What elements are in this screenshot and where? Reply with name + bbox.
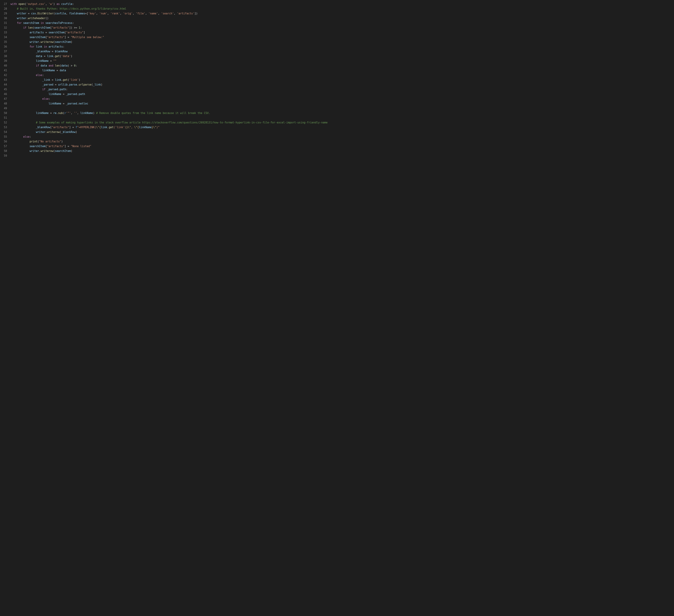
line-number: 55 [0, 134, 7, 139]
line-number: 45 [0, 87, 7, 92]
line-number: 31 [0, 21, 7, 25]
line-number: 28 [0, 6, 7, 11]
code-line[interactable]: searchItem["artifacts"] = "None listed" [11, 144, 671, 149]
line-number: 53 [0, 125, 7, 130]
code-line[interactable]: if len(searchItem["artifacts"]) >= 1: [11, 25, 671, 30]
code-content[interactable]: with open('output.csv', 'w') as csvfile:… [11, 2, 674, 158]
line-number: 33 [0, 30, 7, 35]
code-line[interactable]: _blankRow = blankRow [11, 49, 671, 54]
code-line[interactable]: _link = link.get('link') [11, 78, 671, 82]
line-number: 58 [0, 149, 7, 153]
code-line[interactable]: artifacts = searchItem["artifacts"] [11, 30, 671, 35]
code-line[interactable]: _blankRow["artifacts"] = f"=HYPERLINK(\"… [11, 125, 671, 130]
line-number: 32 [0, 25, 7, 30]
code-line[interactable]: writer.writerow(searchItem) [11, 40, 671, 44]
line-number-gutter: 2728293031323334353637383940414243444546… [0, 2, 11, 158]
line-number: 43 [0, 78, 7, 82]
code-line[interactable]: if data and len(data) > 0: [11, 64, 671, 68]
code-line[interactable]: if _parsed.path: [11, 87, 671, 92]
line-number: 47 [0, 97, 7, 101]
line-number: 49 [0, 106, 7, 111]
code-line[interactable] [11, 153, 671, 158]
line-number: 38 [0, 54, 7, 59]
line-number: 57 [0, 144, 7, 149]
line-number: 46 [0, 92, 7, 97]
code-line[interactable]: else: [11, 97, 671, 101]
code-line[interactable]: linkName = data [11, 68, 671, 73]
line-number: 41 [0, 68, 7, 73]
line-number: 30 [0, 16, 7, 21]
line-number: 56 [0, 139, 7, 144]
code-line[interactable]: writer.writerow(searchItem) [11, 149, 671, 153]
code-line[interactable]: linkName = "" [11, 59, 671, 64]
line-number: 48 [0, 101, 7, 106]
line-number: 52 [0, 120, 7, 125]
line-number: 36 [0, 44, 7, 49]
code-line[interactable]: linkName = re.sub(r'"', '', linkName) # … [11, 111, 671, 116]
line-number: 40 [0, 64, 7, 68]
line-number: 35 [0, 40, 7, 44]
line-number: 59 [0, 153, 7, 158]
code-editor[interactable]: 2728293031323334353637383940414243444546… [0, 2, 674, 158]
line-number: 50 [0, 111, 7, 116]
code-line[interactable]: # Built in, thanks Python: https://docs.… [11, 6, 671, 11]
code-line[interactable]: with open('output.csv', 'w') as csvfile: [11, 2, 671, 6]
code-line[interactable]: searchItem["artifacts"] = "Multiple see … [11, 35, 671, 40]
line-number: 29 [0, 11, 7, 16]
code-line[interactable]: writer.writeheader() [11, 16, 671, 21]
code-line[interactable] [11, 106, 671, 111]
line-number: 51 [0, 116, 7, 120]
code-line[interactable]: else: [11, 134, 671, 139]
code-line[interactable]: linkName = _parsed.netloc [11, 101, 671, 106]
code-line[interactable]: _parsed = urllib.parse.urlparse(_link) [11, 82, 671, 87]
code-line[interactable]: else: [11, 73, 671, 78]
code-line[interactable]: writer = csv.DictWriter(csvfile, fieldna… [11, 11, 671, 16]
line-number: 27 [0, 2, 7, 6]
code-line[interactable]: print("No artifacts") [11, 139, 671, 144]
line-number: 54 [0, 130, 7, 134]
code-line[interactable] [11, 116, 671, 120]
code-line[interactable]: for link in artifacts: [11, 44, 671, 49]
code-line[interactable]: linkName = _parsed.path [11, 92, 671, 97]
code-line[interactable]: writer.writerow(_blankRow) [11, 130, 671, 134]
code-line[interactable]: # Some examples of making hyperlinks in … [11, 120, 671, 125]
line-number: 39 [0, 59, 7, 64]
code-line[interactable]: data = link.get('data') [11, 54, 671, 59]
line-number: 34 [0, 35, 7, 40]
line-number: 44 [0, 82, 7, 87]
line-number: 42 [0, 73, 7, 78]
code-line[interactable]: for searchItem in searchesToProcess: [11, 21, 671, 25]
line-number: 37 [0, 49, 7, 54]
